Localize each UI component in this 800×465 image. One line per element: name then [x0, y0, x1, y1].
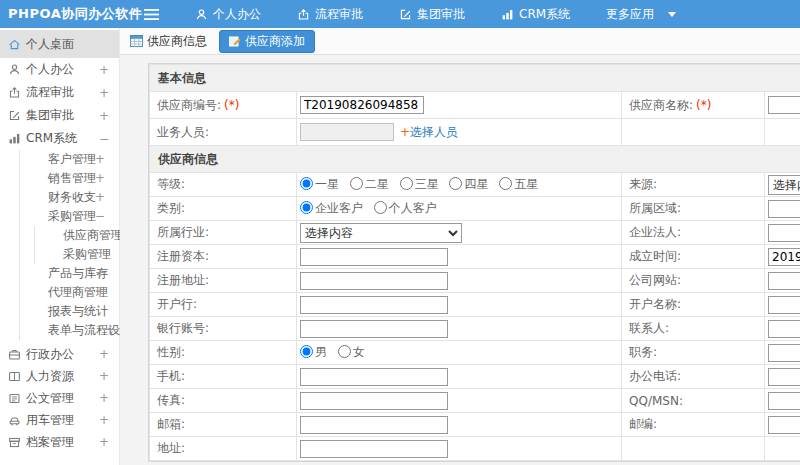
website-input[interactable]: [768, 272, 800, 290]
sidebar-item-customer-management[interactable]: 客户管理 +: [20, 150, 119, 169]
sidebar-item-personal-office[interactable]: 个人办公 +: [0, 58, 119, 81]
field-label: 手机:: [157, 369, 185, 383]
field-label: 供应商编号:: [157, 98, 221, 112]
section-header-basic-info: 基本信息: [150, 65, 800, 92]
position-input[interactable]: [768, 344, 800, 362]
sidebar-item-supplier-management[interactable]: 供应商管理: [35, 226, 119, 245]
form-row: 业务人员: +选择人员: [150, 119, 800, 146]
nav-item-label: 流程审批: [315, 6, 363, 23]
sidebar-item-form-workflow-settings[interactable]: 表单与流程设置 +: [20, 321, 119, 340]
contact-input[interactable]: [768, 320, 800, 338]
expand-toggle[interactable]: +: [99, 86, 109, 100]
radio-option[interactable]: 女: [338, 345, 365, 359]
expand-toggle[interactable]: +: [95, 150, 105, 169]
radio-option[interactable]: 一星: [300, 177, 339, 191]
expand-toggle[interactable]: +: [99, 391, 109, 405]
nav-item-personal-office[interactable]: 个人办公: [195, 6, 261, 23]
sidebar-item-archive-management[interactable]: 档案管理 +: [0, 431, 119, 453]
expand-toggle[interactable]: −: [99, 132, 109, 146]
form-row: 开户行: 开户名称:: [150, 293, 800, 317]
source-select[interactable]: 选择内容: [768, 175, 800, 195]
form-row: 所属行业: 选择内容 企业法人:: [150, 221, 800, 245]
radio-option[interactable]: 四星: [449, 177, 488, 191]
grade-radio[interactable]: [499, 177, 512, 190]
sidebar-item-agent-management[interactable]: 代理商管理 +: [20, 283, 119, 302]
radio-option[interactable]: 男: [300, 345, 327, 359]
category-radio[interactable]: [374, 201, 387, 214]
radio-option[interactable]: 三星: [400, 177, 439, 191]
grade-radio[interactable]: [300, 177, 313, 190]
sidebar-item-label: 个人桌面: [26, 36, 74, 53]
nav-item-group-approval[interactable]: 集团审批: [399, 6, 465, 23]
sidebar-item-personal-desktop[interactable]: 个人桌面: [0, 30, 119, 58]
expand-toggle[interactable]: +: [95, 169, 105, 188]
grade-radio[interactable]: [449, 177, 462, 190]
staff-input[interactable]: [300, 123, 394, 141]
form-row: 银行账号: 联系人:: [150, 317, 800, 341]
expand-toggle[interactable]: +: [95, 264, 105, 283]
email-input[interactable]: [300, 416, 448, 434]
qq-msn-input[interactable]: [768, 392, 800, 410]
category-radio[interactable]: [300, 201, 313, 214]
sidebar-item-label: 公文管理: [26, 390, 74, 407]
address-input[interactable]: [300, 440, 448, 458]
sidebar-item-vehicle-management[interactable]: 用车管理 +: [0, 409, 119, 431]
sidebar-item-human-resources[interactable]: 人力资源 +: [0, 365, 119, 387]
expand-toggle[interactable]: +: [99, 435, 109, 449]
expand-toggle[interactable]: +: [99, 63, 109, 77]
sidebar-item-administration[interactable]: 行政办公 +: [0, 343, 119, 365]
nav-item-more-apps[interactable]: 更多应用: [606, 6, 676, 23]
expand-toggle[interactable]: +: [95, 188, 105, 207]
expand-toggle[interactable]: +: [99, 109, 109, 123]
registered-address-input[interactable]: [300, 272, 448, 290]
radio-option[interactable]: 个人客户: [374, 201, 437, 215]
field-label: 注册资本:: [157, 249, 209, 263]
sidebar-item-workflow-approval[interactable]: 流程审批 +: [0, 81, 119, 104]
fax-input[interactable]: [300, 392, 448, 410]
grade-radio[interactable]: [400, 177, 413, 190]
mobile-input[interactable]: [300, 368, 448, 386]
radio-option[interactable]: 二星: [350, 177, 389, 191]
supplier-no-input[interactable]: [300, 96, 424, 114]
expand-toggle[interactable]: +: [99, 413, 109, 427]
founded-date-input[interactable]: [768, 248, 800, 266]
radio-option[interactable]: 五星: [499, 177, 538, 191]
expand-toggle[interactable]: +: [99, 369, 109, 383]
gender-radio[interactable]: [338, 345, 351, 358]
sidebar-item-label: 用车管理: [26, 412, 74, 429]
registered-capital-input[interactable]: [300, 248, 448, 266]
account-name-input[interactable]: [768, 296, 800, 314]
grade-radio[interactable]: [350, 177, 363, 190]
office-phone-input[interactable]: [768, 368, 800, 386]
radio-option[interactable]: 企业客户: [300, 201, 363, 215]
required-mark: (*): [224, 98, 239, 112]
sidebar-item-purchasing[interactable]: 采购管理: [35, 245, 119, 264]
bank-account-input[interactable]: [300, 320, 448, 338]
bank-input[interactable]: [300, 296, 448, 314]
sidebar-item-label: 销售管理: [48, 171, 96, 185]
expand-toggle[interactable]: +: [99, 347, 109, 361]
supplier-name-input[interactable]: [768, 96, 800, 114]
sidebar-item-reports-statistics[interactable]: 报表与统计: [20, 302, 119, 321]
zip-input[interactable]: [768, 416, 800, 434]
expand-toggle[interactable]: +: [105, 321, 115, 340]
sidebar-toggle-button[interactable]: [144, 5, 159, 24]
select-staff-link[interactable]: +选择人员: [400, 125, 458, 139]
sidebar-item-finance[interactable]: 财务收支 +: [20, 188, 119, 207]
region-input[interactable]: [768, 200, 800, 218]
tab-supplier-add[interactable]: 供应商添加: [219, 30, 315, 53]
sidebar-item-crm-system[interactable]: CRM系统 −: [0, 127, 119, 150]
sidebar-item-sales-management[interactable]: 销售管理 +: [20, 169, 119, 188]
sidebar-item-group-approval[interactable]: 集团审批 +: [0, 104, 119, 127]
nav-item-workflow-approval[interactable]: 流程审批: [297, 6, 363, 23]
industry-select[interactable]: 选择内容: [300, 223, 462, 243]
expand-toggle[interactable]: −: [95, 207, 105, 226]
gender-radio[interactable]: [300, 345, 313, 358]
legal-person-input[interactable]: [768, 224, 800, 242]
expand-toggle[interactable]: +: [95, 283, 105, 302]
nav-item-crm-system[interactable]: CRM系统: [501, 6, 570, 23]
tab-supplier-info[interactable]: 供应商信息: [130, 33, 207, 50]
sidebar-item-document-management[interactable]: 公文管理 +: [0, 387, 119, 409]
sidebar-item-product-inventory[interactable]: 产品与库存 +: [20, 264, 119, 283]
sidebar-item-purchase-management[interactable]: 采购管理 −: [20, 207, 119, 226]
